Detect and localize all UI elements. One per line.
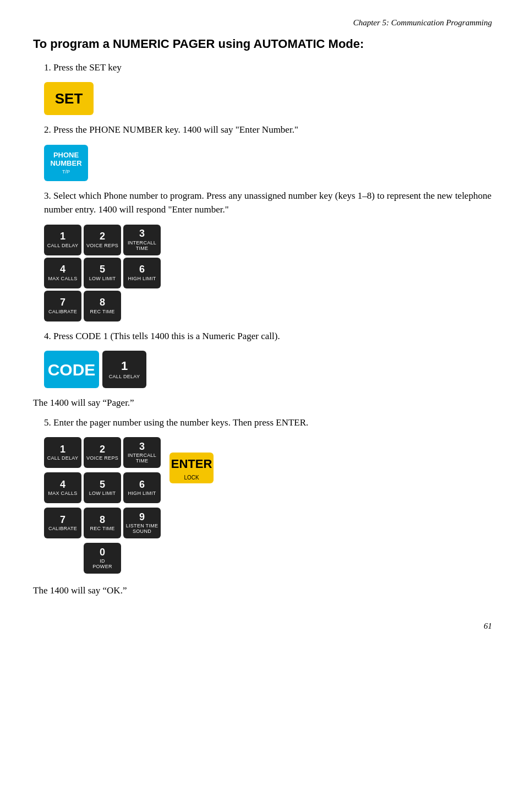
- key-6-high-limit-s5[interactable]: 6 HIGH LIMIT: [123, 472, 161, 503]
- phone-number-label: PHONENUMBER: [50, 151, 81, 168]
- key-8-rec-time[interactable]: 8 REC TIME: [84, 291, 121, 321]
- key-1-call-delay-step4[interactable]: 1 CALL DELAY: [102, 351, 146, 388]
- pager-say-2: The 1400 will say “OK.”: [33, 584, 492, 598]
- key-8-rec-time-s5[interactable]: 8 REC TIME: [84, 508, 121, 538]
- page-number: 61: [33, 620, 492, 633]
- step-5-text: 5. Enter the pager number using the numb…: [44, 416, 492, 430]
- step-1-text: 1. Press the SET key: [44, 61, 492, 75]
- key-1-call-delay[interactable]: 1 CALL DELAY: [44, 225, 81, 255]
- code-1-key-group: CODE 1 CALL DELAY: [44, 351, 492, 388]
- main-heading: To program a NUMERIC PAGER using AUTOMAT…: [33, 35, 492, 53]
- step-2-text: 2. Press the PHONE NUMBER key. 1400 will…: [44, 123, 492, 137]
- key-1-call-delay-s5[interactable]: 1 CALL DELAY: [44, 437, 81, 468]
- key-7-calibrate[interactable]: 7 CALIBRATE: [44, 291, 81, 321]
- phone-number-sub: T/P: [62, 169, 70, 175]
- key-3-intercall-time[interactable]: 3 INTERCALL TIME: [123, 225, 161, 255]
- step-3-text: 3. Select which Phone number to program.…: [44, 189, 492, 217]
- enter-label: ENTER: [171, 455, 212, 473]
- key-5-low-limit-s5[interactable]: 5 LOW LIMIT: [84, 472, 121, 503]
- numpad-section-1: 1 CALL DELAY 2 VOICE REPS 3 INTERCALL TI…: [44, 225, 492, 321]
- chapter-header: Chapter 5: Communication Programming: [33, 17, 492, 29]
- phone-number-key[interactable]: PHONENUMBER T/P: [44, 145, 88, 181]
- key-6-high-limit[interactable]: 6 HIGH LIMIT: [123, 258, 161, 288]
- numpad2-row-1: 1 CALL DELAY 2 VOICE REPS 3 INTERCALL TI…: [44, 437, 161, 468]
- numpad2-row-2: 4 MAX CALLS 5 LOW LIMIT 6 HIGH LIMIT: [44, 472, 161, 503]
- step-4-text: 4. Press CODE 1 (This tells 1400 this is…: [44, 329, 492, 344]
- numpad-section-2: 1 CALL DELAY 2 VOICE REPS 3 INTERCALL TI…: [44, 437, 161, 576]
- numpad2-row-3: 7 CALIBRATE 8 REC TIME 9 LISTEN TIMESOUN…: [44, 508, 161, 538]
- code-key[interactable]: CODE: [44, 351, 99, 388]
- key-3-intercall-time-s5[interactable]: 3 INTERCALL TIME: [123, 437, 161, 468]
- enter-key[interactable]: ENTER LOCK: [169, 453, 214, 483]
- numpad-row-2: 4 MAX CALLS 5 LOW LIMIT 6 HIGH LIMIT: [44, 258, 492, 288]
- numpad-row-3: 7 CALIBRATE 8 REC TIME: [44, 291, 492, 321]
- pager-say-1: The 1400 will say “Pager.”: [33, 396, 492, 410]
- set-key-group: SET: [44, 82, 492, 115]
- key-4-max-calls[interactable]: 4 MAX CALLS: [44, 258, 81, 288]
- enter-sub-label: LOCK: [184, 473, 199, 482]
- key-9-listen-time-s5[interactable]: 9 LISTEN TIMESOUND: [123, 508, 161, 538]
- key-2-voice-reps[interactable]: 2 VOICE REPS: [84, 225, 121, 255]
- numpad-row-1: 1 CALL DELAY 2 VOICE REPS 3 INTERCALL TI…: [44, 225, 492, 255]
- key-4-max-calls-s5[interactable]: 4 MAX CALLS: [44, 472, 81, 503]
- key-0-power-s5[interactable]: 0 IDPOWER: [84, 543, 121, 574]
- step-5-keys: 1 CALL DELAY 2 VOICE REPS 3 INTERCALL TI…: [44, 437, 492, 576]
- phone-number-key-group: PHONENUMBER T/P: [44, 145, 492, 181]
- key-2-voice-reps-s5[interactable]: 2 VOICE REPS: [84, 437, 121, 468]
- set-key[interactable]: SET: [44, 82, 94, 115]
- numpad2-row-4: 0 IDPOWER: [44, 543, 161, 574]
- key-7-calibrate-s5[interactable]: 7 CALIBRATE: [44, 508, 81, 538]
- key-5-low-limit[interactable]: 5 LOW LIMIT: [84, 258, 121, 288]
